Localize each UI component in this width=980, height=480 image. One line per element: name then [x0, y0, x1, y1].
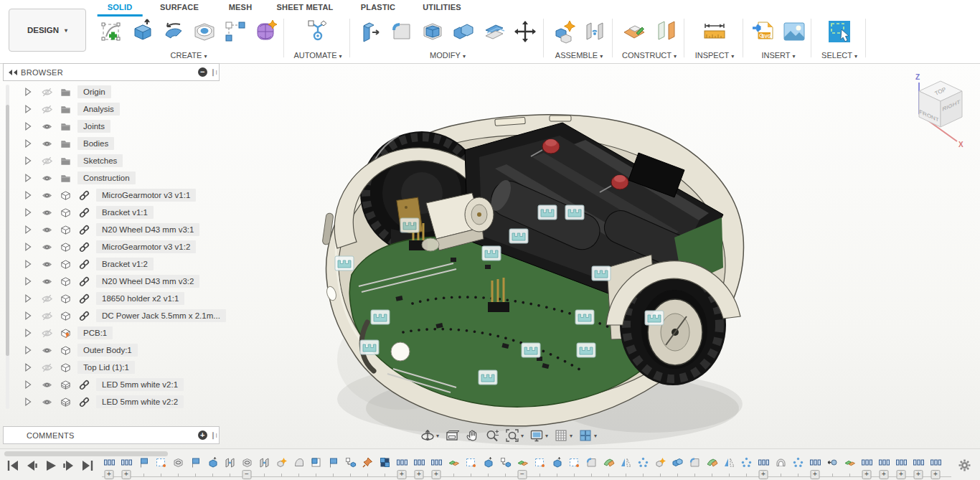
browser-item-label[interactable]: Construction — [77, 171, 136, 184]
fit-tool[interactable]: ▾ — [503, 427, 526, 444]
timeline-feature-sketch[interactable] — [531, 456, 548, 478]
expand-arrow-icon[interactable] — [22, 395, 34, 408]
timeline-feature-combine[interactable] — [669, 456, 686, 478]
timeline-feature-sketch[interactable] — [565, 456, 583, 478]
expand-group-badge[interactable]: + — [811, 470, 820, 479]
expand-arrow-icon[interactable] — [22, 361, 34, 374]
offset-plane-tool-button[interactable] — [651, 17, 679, 46]
timeline-feature-move-component[interactable] — [341, 456, 359, 478]
expand-group-badge[interactable]: + — [415, 470, 424, 479]
browser-item-microgearmotor-v3-v1-2[interactable]: MicroGearmotor v3 v1:2 — [22, 238, 196, 255]
browser-scrollbar[interactable] — [6, 85, 9, 409]
timeline-feature-flag[interactable] — [324, 456, 341, 478]
timeline-feature-extrude[interactable] — [204, 456, 221, 478]
browser-item-outer-body-1[interactable]: Outer Body:1 — [22, 342, 138, 359]
visibility-eye-icon[interactable] — [40, 189, 53, 202]
browser-item-label[interactable]: N20 Wheel D43 mm v3:1 — [96, 223, 199, 236]
browser-item-microgearmotor-v3-v1-1[interactable]: MicroGearmotor v3 v1:1 — [22, 187, 196, 204]
timeline-feature-construction-plane[interactable] — [445, 456, 462, 478]
add-comment-icon[interactable]: + — [198, 430, 207, 440]
visibility-eye-off-icon[interactable] — [40, 103, 53, 116]
tab-mesh[interactable]: MESH — [229, 3, 253, 11]
browser-item-label[interactable]: MicroGearmotor v3 v1:2 — [96, 240, 196, 253]
expand-group-badge[interactable]: + — [105, 470, 114, 479]
timeline-feature-group[interactable]: + — [118, 456, 135, 478]
select-tool-button[interactable] — [825, 17, 854, 46]
browser-item-label[interactable]: Origin — [77, 85, 111, 98]
timeline-feature-group[interactable]: + — [393, 456, 410, 478]
browser-item-analysis[interactable]: Analysis — [22, 100, 120, 118]
visibility-eye-off-icon[interactable] — [40, 361, 53, 374]
expand-arrow-icon[interactable] — [22, 258, 34, 270]
visibility-eye-icon[interactable] — [40, 223, 53, 236]
create-form-tool-button[interactable] — [252, 17, 281, 46]
browser-item-bracket-v1-2[interactable]: Bracket v1:2 — [22, 255, 154, 273]
timeline-feature-new-component[interactable] — [273, 456, 290, 478]
offset-face-tool-button[interactable] — [480, 17, 509, 46]
timeline-feature-group[interactable]: + — [927, 456, 944, 478]
construction-plane-tool-button[interactable] — [620, 17, 649, 46]
timeline-feature-mirror[interactable] — [720, 456, 738, 478]
expand-arrow-icon[interactable] — [22, 223, 34, 236]
visibility-eye-icon[interactable] — [40, 258, 53, 270]
timeline-feature-split-body[interactable] — [600, 456, 617, 478]
comments-panel-header[interactable]: COMMENTS + ❙ı — [3, 426, 220, 444]
tab-surface[interactable]: SURFACE — [160, 3, 199, 11]
go-to-end-button[interactable] — [80, 458, 95, 474]
extrude-tool-button[interactable] — [128, 17, 157, 46]
orbit-tool[interactable]: ▾ — [418, 427, 441, 444]
visibility-eye-icon[interactable] — [40, 275, 53, 288]
move-tool-button[interactable] — [511, 17, 540, 46]
timeline-feature-group[interactable]: + — [806, 456, 824, 478]
design-workspace-menu[interactable]: DESIGN ▾ — [9, 9, 86, 52]
browser-item-18650-holder-x2-v1-1[interactable]: 18650 holder x2 v1:1 — [22, 290, 184, 307]
browser-item-label[interactable]: N20 Wheel D43 mm v3:2 — [96, 275, 199, 288]
timeline-feature-fillet[interactable] — [583, 456, 600, 478]
timeline-feature-group[interactable]: + — [910, 456, 927, 478]
panel-grip-icon[interactable]: ❙ı — [210, 68, 217, 76]
automate-tool-button[interactable] — [303, 17, 332, 46]
collapse-group-badge[interactable]: − — [242, 470, 252, 479]
pan-tool[interactable] — [463, 427, 481, 444]
timeline-scrollbar[interactable] — [4, 451, 168, 456]
timeline-feature-sketch[interactable] — [462, 456, 479, 478]
expand-arrow-icon[interactable] — [22, 189, 34, 202]
timeline-feature-rollback[interactable] — [824, 456, 841, 478]
fillet-tool-button[interactable] — [387, 17, 416, 46]
panel-grip-icon[interactable]: ❙ı — [210, 431, 217, 439]
timeline-feature-circular-pattern[interactable] — [789, 456, 806, 478]
chevron-down-icon[interactable]: ▾ — [436, 433, 439, 439]
visibility-eye-icon[interactable] — [40, 171, 53, 184]
timeline-feature-shell[interactable] — [772, 456, 789, 478]
browser-item-n20-wheel-d43-mm-v3-1[interactable]: N20 Wheel D43 mm v3:1 — [22, 221, 199, 238]
timeline-feature-move-component[interactable] — [496, 456, 514, 478]
expand-group-badge[interactable]: + — [897, 470, 906, 479]
browser-item-construction[interactable]: Construction — [22, 169, 136, 187]
browser-item-label[interactable]: Sketches — [77, 154, 123, 167]
expand-arrow-icon[interactable] — [22, 137, 34, 150]
timeline-feature-flag[interactable] — [135, 456, 152, 478]
expand-arrow-icon[interactable] — [22, 154, 34, 167]
visibility-eye-off-icon[interactable] — [40, 309, 53, 322]
browser-item-label[interactable]: Outer Body:1 — [77, 344, 138, 357]
timeline-feature-new-component[interactable] — [651, 456, 669, 478]
timeline-feature-extrude[interactable] — [548, 456, 565, 478]
expand-arrow-icon[interactable] — [22, 240, 34, 253]
visibility-eye-icon[interactable] — [40, 395, 53, 408]
browser-item-led-5mm-white-v2-2[interactable]: LED 5mm white v2:2 — [22, 393, 184, 410]
visibility-eye-off-icon[interactable] — [40, 154, 53, 167]
browser-item-origin[interactable]: Origin — [22, 83, 111, 100]
timeline-feature-loft[interactable] — [290, 456, 307, 478]
browser-item-label[interactable]: 18650 holder x2 v1:1 — [96, 292, 184, 305]
timeline-options-gear-icon[interactable] — [958, 458, 971, 475]
timeline-feature-group[interactable]: + — [875, 456, 892, 478]
browser-item-label[interactable]: LED 5mm white v2:1 — [96, 378, 184, 391]
new-component-tool-button[interactable] — [550, 17, 578, 46]
revolve-tool-button[interactable] — [159, 17, 188, 46]
rectangular-pattern-tool-button[interactable] — [221, 17, 250, 46]
tab-utilities[interactable]: UTILITIES — [423, 3, 461, 11]
measure-tool-button[interactable] — [700, 17, 729, 46]
browser-item-label[interactable]: Analysis — [77, 103, 120, 116]
browser-item-n20-wheel-d43-mm-v3-2[interactable]: N20 Wheel D43 mm v3:2 — [22, 273, 199, 290]
visibility-eye-icon[interactable] — [40, 344, 53, 357]
